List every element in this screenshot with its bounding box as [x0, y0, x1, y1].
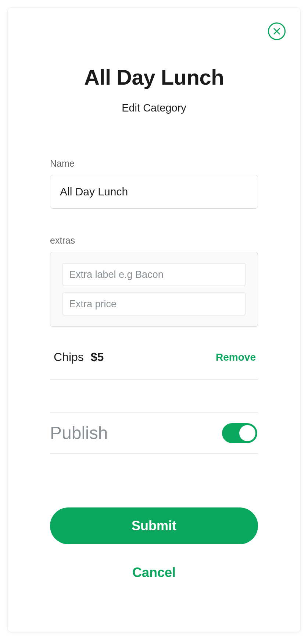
close-icon — [273, 27, 281, 35]
extra-price-input[interactable] — [62, 293, 246, 315]
extra-label-input[interactable] — [62, 263, 246, 286]
publish-toggle[interactable] — [222, 423, 257, 443]
extra-item-name: Chips — [54, 350, 84, 364]
modal-content: Name extras Chips $5 Remove Publish Subm… — [50, 158, 258, 580]
extras-label: extras — [50, 235, 258, 246]
toggle-knob — [239, 425, 255, 441]
extras-entry-box — [50, 252, 258, 327]
cancel-button[interactable]: Cancel — [50, 565, 258, 580]
modal-title: All Day Lunch — [8, 65, 300, 89]
extra-item-text: Chips $5 — [54, 350, 104, 364]
edit-category-modal: All Day Lunch Edit Category Name extras … — [7, 7, 301, 632]
remove-extra-button[interactable]: Remove — [216, 351, 256, 363]
publish-label: Publish — [50, 423, 108, 443]
name-label: Name — [50, 158, 258, 169]
name-input[interactable] — [50, 175, 258, 209]
close-button[interactable] — [268, 22, 286, 40]
modal-subtitle: Edit Category — [8, 102, 300, 114]
publish-row: Publish — [50, 412, 258, 454]
extra-item-price: $5 — [91, 350, 104, 364]
submit-button[interactable]: Submit — [50, 507, 258, 544]
extra-item-row: Chips $5 Remove — [50, 350, 258, 380]
